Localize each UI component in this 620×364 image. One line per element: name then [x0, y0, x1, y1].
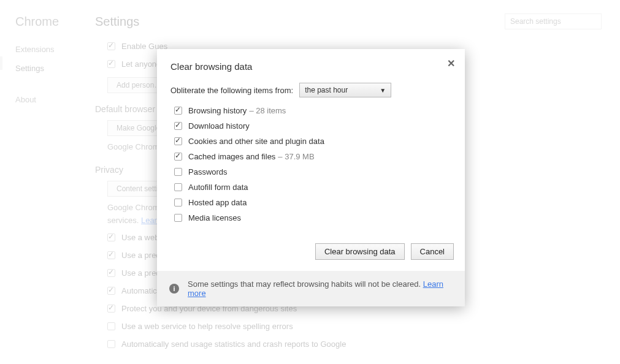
option-checkbox[interactable]	[174, 122, 182, 130]
chevron-down-icon: ▼	[380, 87, 386, 94]
dialog-option-row: Browsing history – 28 items	[174, 106, 451, 115]
dialog-title: Clear browsing data	[170, 61, 451, 72]
dialog-option-row: Autofill form data	[174, 183, 451, 192]
info-icon: i	[169, 284, 179, 294]
time-range-select[interactable]: the past hour ▼	[299, 83, 391, 97]
option-extra: – 28 items	[249, 106, 286, 115]
from-label: Obliterate the following items from:	[170, 86, 293, 95]
option-checkbox[interactable]	[174, 214, 182, 222]
option-extra: – 37.9 MB	[278, 152, 314, 161]
info-bar: i Some settings that may reflect browsin…	[157, 271, 465, 306]
dialog-option-row: Cookies and other site and plugin data	[174, 137, 451, 146]
option-label: Download history	[188, 121, 250, 131]
close-icon[interactable]: ✕	[447, 58, 455, 69]
option-checkbox[interactable]	[174, 199, 182, 207]
option-label: Browsing history	[188, 106, 247, 115]
option-checkbox[interactable]	[174, 137, 182, 145]
option-label: Hosted app data	[188, 198, 247, 207]
dialog-option-row: Hosted app data	[174, 198, 451, 207]
option-checkbox[interactable]	[174, 168, 182, 176]
info-text: Some settings that may reflect browsing …	[188, 279, 421, 289]
option-checkbox[interactable]	[174, 153, 182, 161]
dialog-option-row: Passwords	[174, 167, 451, 176]
clear-browsing-data-dialog: ✕ Clear browsing data Obliterate the fol…	[157, 49, 465, 306]
dialog-option-row: Media licenses	[174, 213, 451, 222]
time-range-value: the past hour	[305, 86, 348, 94]
dialog-option-row: Download history	[174, 121, 451, 131]
option-label: Autofill form data	[188, 183, 248, 192]
option-checkbox[interactable]	[174, 183, 182, 191]
dialog-option-row: Cached images and files – 37.9 MB	[174, 152, 451, 161]
option-checkbox[interactable]	[174, 107, 182, 115]
option-label: Passwords	[188, 167, 228, 176]
cancel-button[interactable]: Cancel	[411, 243, 454, 260]
clear-browsing-data-button[interactable]: Clear browsing data	[315, 243, 405, 260]
option-label: Cookies and other site and plugin data	[188, 137, 324, 146]
option-label: Cached images and files	[188, 152, 275, 161]
option-label: Media licenses	[188, 213, 241, 222]
